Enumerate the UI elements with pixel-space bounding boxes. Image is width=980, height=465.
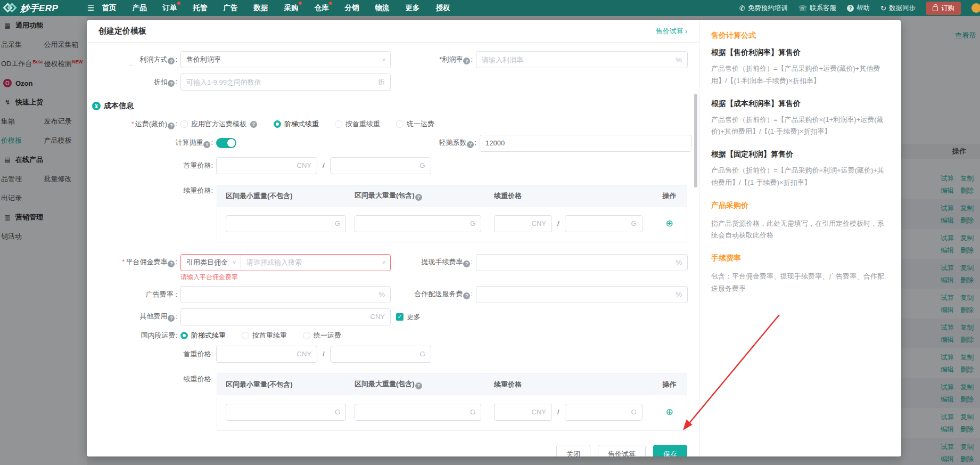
help-icon[interactable]: ? [463,58,470,64]
avatar[interactable] [971,3,980,13]
profit-rate-field[interactable] [476,52,676,68]
brand-logo[interactable]: 妙手ERP [0,2,80,14]
withdraw-fee-input[interactable]: % [476,254,688,271]
nav-item-order[interactable]: 订单 [162,3,177,13]
help-icon[interactable]: ? [467,141,474,148]
add-row-icon[interactable]: ⊕ [665,407,673,417]
help-link[interactable]: ?帮助 [847,4,870,13]
radio-official-template[interactable]: 应用官方运费模板? [180,119,258,129]
save-button[interactable]: 保存 [653,445,687,457]
light-factor-input[interactable] [480,135,691,152]
hamburger-icon[interactable]: ☰ [87,3,94,13]
max-weight-field[interactable] [355,216,470,232]
light-factor-field[interactable] [480,135,691,151]
data-sync-link[interactable]: ↻数据同步 [880,4,916,13]
help-icon[interactable]: ? [415,382,422,389]
domestic-first-weight-field[interactable] [331,346,420,362]
continue-weight-label: 续重价格: [87,180,213,195]
contact-service-link[interactable]: ☏联系客服 [798,4,836,13]
help-icon[interactable]: ? [250,121,257,128]
commission-search-input[interactable]: 请选择或输入搜索 [241,258,377,267]
help-icon[interactable]: ? [168,123,175,129]
coop-fee-field[interactable] [476,287,676,303]
nav-item-distribution[interactable]: 分销 [344,3,359,13]
min-weight-field[interactable] [226,216,335,232]
nav-item-home[interactable]: 首页 [102,3,116,13]
nav-item-data[interactable]: 数据 [253,3,268,13]
profit-rate-input[interactable]: % [476,51,688,68]
help-icon[interactable]: ? [168,80,175,87]
profit-method-value[interactable] [181,52,377,68]
continue-price-input[interactable]: CNY [494,215,552,232]
more-checkbox[interactable]: ✓更多 [396,312,421,322]
domestic-first-weight-row: 首重价格: CNY / G [87,346,691,363]
brand-logo-icon [4,2,17,14]
throw-weight-toggle[interactable] [216,138,236,148]
help-icon[interactable]: ? [415,194,422,201]
ad-rate-input[interactable]: % [180,286,391,303]
domestic-first-price-input[interactable]: CNY [216,346,317,363]
nav-item-ads[interactable]: 广告 [223,3,237,13]
ad-rate-label: 广告费率 : [87,290,177,299]
help-icon[interactable]: ? [463,292,470,299]
help-icon[interactable]: ? [203,141,210,148]
continue-weight-field[interactable] [565,216,631,232]
radio-tiered-weight[interactable]: 阶梯式续重 [274,119,319,129]
withdraw-fee-field[interactable] [476,255,676,271]
continue-weight-input[interactable]: G [565,404,643,421]
first-weight-input[interactable]: G [330,157,431,174]
domestic-first-price-field[interactable] [217,346,297,362]
help-icon[interactable]: ? [168,58,175,64]
other-fee-input[interactable]: CNY [180,308,391,325]
modal-scrollbar[interactable] [694,94,697,187]
close-button[interactable]: 关闭 [556,445,590,457]
help-icon[interactable]: ? [168,260,175,267]
shopping-bag-icon [933,6,938,11]
min-weight-field[interactable] [226,404,335,420]
min-weight-input[interactable]: G [226,215,346,232]
price-trial-link[interactable]: 售价试算› [656,27,687,36]
radio-domestic-first-continue[interactable]: 按首重续重 [242,331,287,340]
nav-item-more[interactable]: 更多 [405,3,419,13]
nav-item-logistics[interactable]: 物流 [375,3,389,13]
nav-item-warehouse[interactable]: 仓库 [314,3,328,13]
other-fee-row: 其他费用?: CNY ✓更多 [87,308,691,325]
help-icon[interactable]: ? [168,315,175,322]
discount-input[interactable]: 折 [180,74,391,91]
first-weight-price-input[interactable]: CNY [216,157,317,174]
free-training-link[interactable]: ✆免费预约培训 [739,4,788,13]
order-subscribe-button[interactable]: 订购 [926,2,961,15]
add-row-icon[interactable]: ⊕ [665,218,673,229]
radio-first-continue[interactable]: 按首重续重 [335,119,380,129]
radio-domestic-tiered[interactable]: 阶梯式续重 [180,331,226,340]
continue-price-input[interactable]: CNY [494,404,552,421]
continue-price-field[interactable] [495,216,532,232]
continue-weight-field[interactable] [565,404,631,420]
price-trial-button[interactable]: 售价试算 [598,445,646,457]
radio-uniform-freight[interactable]: 统一运费 [396,119,434,129]
ad-rate-field[interactable] [181,287,378,303]
commission-type-select[interactable]: 引用类目佣金∨ [181,258,241,267]
first-weight-field[interactable] [331,158,420,174]
min-weight-input[interactable]: G [226,404,346,421]
max-weight-input[interactable]: G [355,404,481,421]
radio-domestic-uniform[interactable]: 统一运费 [303,331,341,340]
nav-item-purchase[interactable]: 采购 [284,3,298,13]
first-weight-price-field[interactable] [217,158,297,174]
nav-item-product[interactable]: 产品 [132,3,146,13]
max-weight-field[interactable] [355,404,470,420]
other-fee-field[interactable] [181,309,370,325]
domestic-continue-weight-label: 续重价格: [87,368,213,384]
continue-price-field[interactable] [495,404,532,420]
coop-fee-input[interactable]: % [476,286,688,303]
discount-field[interactable] [181,74,378,90]
nav-item-hosting[interactable]: 托管 [193,3,207,13]
help-icon[interactable]: ? [463,260,470,267]
continue-weight-input[interactable]: G [565,215,643,232]
throw-weight-label: 计算抛重?: [87,138,213,148]
commission-select[interactable]: 引用类目佣金∨ 请选择或输入搜索 ∨ [180,254,391,271]
domestic-first-weight-input[interactable]: G [330,346,431,363]
max-weight-input[interactable]: G [355,215,481,232]
profit-method-select[interactable]: ∨ [180,51,391,68]
nav-item-auth[interactable]: 授权 [435,3,450,13]
